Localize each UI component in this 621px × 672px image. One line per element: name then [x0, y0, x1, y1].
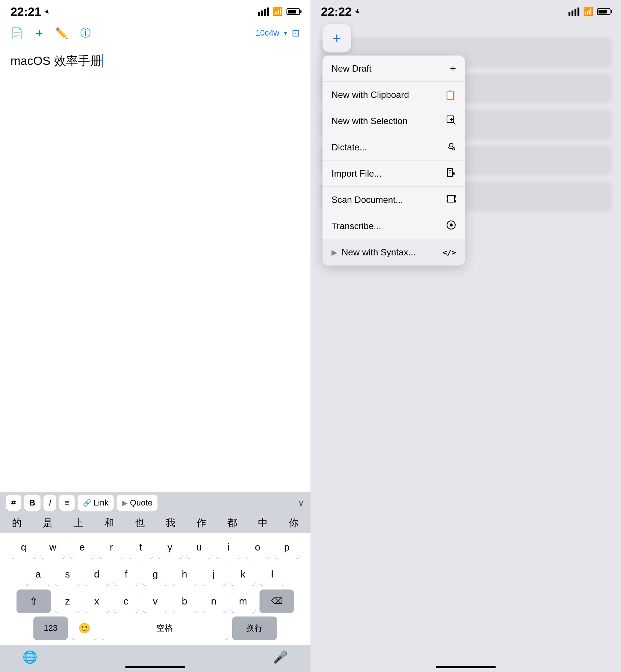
left-panel: 22:21 ➤ 📶 📄 + ✏️ ⓘ 10c4w ▾ ⊡ [0, 0, 310, 672]
transcribe-icon [446, 220, 456, 232]
key-t[interactable]: t [128, 536, 153, 559]
key-shift[interactable]: ⇧ [16, 590, 51, 613]
file-icon[interactable]: 📄 [10, 27, 24, 39]
key-v[interactable]: v [142, 590, 168, 613]
key-i[interactable]: i [216, 536, 241, 559]
key-a[interactable]: a [26, 562, 51, 586]
menu-item-scan-document[interactable]: Scan Document... [322, 187, 465, 213]
menu-item-import-file[interactable]: Import File... [322, 160, 465, 187]
selection-icon [446, 115, 456, 127]
menu-item-transcribe[interactable]: Transcribe... [322, 213, 465, 239]
key-q[interactable]: q [11, 536, 36, 559]
quick-char-8[interactable]: 中 [254, 515, 272, 531]
key-o[interactable]: o [245, 536, 270, 559]
key-x[interactable]: x [84, 590, 110, 613]
key-b[interactable]: b [172, 590, 197, 613]
kb-italic-btn[interactable]: I [44, 495, 56, 511]
quick-char-1[interactable]: 是 [39, 515, 56, 531]
kb-bold-btn[interactable]: B [24, 495, 40, 511]
key-p[interactable]: p [274, 536, 300, 559]
key-g[interactable]: g [142, 562, 168, 586]
editor-area[interactable]: macOS 效率手册 [0, 45, 310, 492]
kb-quote-btn[interactable]: ▶ Quote [117, 495, 158, 511]
menu-item-new-clipboard[interactable]: New with Clipboard 📋 [322, 82, 465, 108]
editor-content: macOS 效率手册 [10, 54, 102, 68]
menu-item-new-syntax[interactable]: ▶ New with Syntax... </> [322, 239, 465, 266]
battery-icon-left [286, 8, 300, 15]
status-bar-right: 22:22 ➤ 📶 [310, 0, 621, 21]
quick-chars-row: 的 是 上 和 也 我 作 都 中 你 [0, 514, 310, 532]
mic-icon[interactable]: 🎤 [273, 650, 288, 664]
workspace-badge[interactable]: 10c4w [255, 28, 279, 38]
key-y[interactable]: y [157, 536, 183, 559]
menu-label-new-syntax: New with Syntax... [342, 247, 416, 258]
wifi-icon-left: 📶 [273, 7, 283, 16]
key-f[interactable]: f [113, 562, 139, 586]
svg-rect-3 [447, 168, 453, 177]
key-emoji[interactable]: 🙂 [72, 616, 97, 640]
menu-label-new-clipboard: New with Clipboard [332, 90, 409, 100]
home-indicator-right [436, 666, 496, 668]
key-r[interactable]: r [99, 536, 124, 559]
key-123[interactable]: 123 [33, 616, 68, 640]
key-k[interactable]: k [230, 562, 256, 586]
quick-char-5[interactable]: 我 [162, 515, 179, 531]
context-menu: New Draft + New with Clipboard 📋 New wit… [322, 56, 465, 266]
signal-icon-right [568, 8, 579, 16]
key-z[interactable]: z [55, 590, 80, 613]
key-h[interactable]: h [172, 562, 197, 586]
add-draft-icon[interactable]: + [36, 26, 43, 40]
key-row-1: q w e r t y u i o p [2, 536, 309, 559]
syntax-label-container: ▶ New with Syntax... [332, 247, 416, 258]
key-j[interactable]: j [201, 562, 226, 586]
fab-plus-button[interactable]: + [322, 24, 351, 52]
keyboard-keys: q w e r t y u i o p a s d f g h j k l ⇧ … [0, 532, 310, 645]
battery-icon-right [597, 8, 610, 15]
pencil-icon[interactable]: ✏️ [55, 27, 68, 39]
key-l[interactable]: l [260, 562, 285, 586]
menu-item-new-draft[interactable]: New Draft + [322, 56, 465, 82]
menu-item-new-selection[interactable]: New with Selection [322, 108, 465, 134]
scan-document-icon [446, 194, 456, 206]
quick-char-9[interactable]: 你 [285, 515, 302, 531]
globe-icon[interactable]: 🌐 [22, 650, 38, 664]
key-e[interactable]: e [69, 536, 95, 559]
workspace-dropdown-arrow[interactable]: ▾ [284, 29, 287, 37]
key-d[interactable]: d [84, 562, 110, 586]
quick-char-7[interactable]: 都 [224, 515, 241, 531]
menu-label-dictate: Dictate... [332, 142, 367, 153]
kb-collapse-btn[interactable]: ∨ [298, 498, 304, 508]
key-row-4: 123 🙂 空格 换行 [2, 616, 309, 640]
quick-char-6[interactable]: 作 [193, 515, 210, 531]
time-left: 22:21 [10, 5, 41, 19]
clipboard-icon: 📋 [445, 90, 456, 100]
key-c[interactable]: c [113, 590, 139, 613]
info-icon[interactable]: ⓘ [80, 26, 91, 40]
toolbar-right: 10c4w ▾ ⊡ [255, 27, 300, 39]
svg-rect-4 [448, 195, 454, 202]
quick-char-3[interactable]: 和 [100, 515, 118, 531]
kb-hashtag-btn[interactable]: # [6, 495, 21, 511]
key-m[interactable]: m [230, 590, 256, 613]
kb-link-btn[interactable]: 🔗 Link [78, 495, 114, 511]
key-space[interactable]: 空格 [101, 616, 228, 640]
submenu-chevron-icon: ▶ [332, 248, 337, 257]
import-file-icon [446, 168, 456, 180]
quick-char-0[interactable]: 的 [8, 515, 26, 531]
key-return[interactable]: 换行 [232, 616, 277, 640]
key-s[interactable]: s [55, 562, 80, 586]
key-w[interactable]: w [40, 536, 66, 559]
quick-char-4[interactable]: 也 [131, 515, 148, 531]
text-cursor [102, 54, 103, 68]
kb-list-btn[interactable]: ≡ [59, 495, 75, 511]
key-row-2: a s d f g h j k l [2, 562, 309, 586]
menu-item-dictate[interactable]: Dictate... [322, 134, 465, 160]
key-u[interactable]: u [186, 536, 212, 559]
key-n[interactable]: n [201, 590, 226, 613]
right-panel: 22:22 ➤ 📶 + New Draft [310, 0, 621, 672]
key-delete[interactable]: ⌫ [260, 590, 294, 613]
quick-char-2[interactable]: 上 [70, 515, 87, 531]
expand-icon[interactable]: ⊡ [292, 27, 300, 39]
menu-label-new-selection: New with Selection [332, 116, 408, 126]
menu-label-transcribe: Transcribe... [332, 221, 381, 231]
